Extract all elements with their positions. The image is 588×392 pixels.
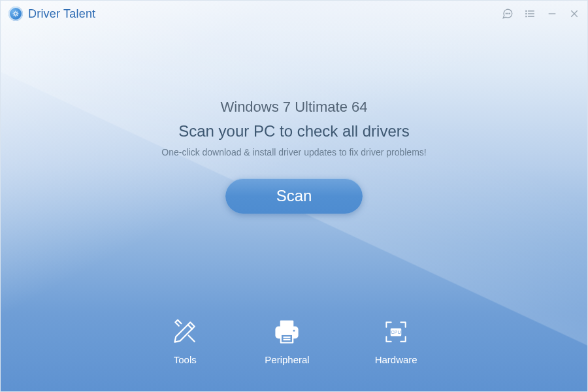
app-window: Driver Talent: [0, 0, 588, 392]
svg-rect-14: [281, 335, 293, 343]
nav-tools-label: Tools: [174, 354, 197, 365]
menu-icon[interactable]: [523, 7, 536, 20]
svg-rect-6: [525, 13, 527, 14]
nav-peripheral-label: Peripheral: [265, 354, 309, 365]
title-bar: Driver Talent: [1, 1, 587, 27]
app-title: Driver Talent: [28, 7, 95, 21]
svg-point-3: [509, 13, 510, 14]
os-arch: 64: [351, 99, 367, 115]
svg-point-2: [508, 13, 508, 14]
cpu-icon: CPU: [382, 318, 410, 346]
printer-icon: [272, 318, 301, 346]
os-name: Windows 7: [220, 99, 291, 115]
nav-hardware-label: Hardware: [375, 354, 417, 365]
scan-button[interactable]: Scan: [225, 178, 363, 214]
window-controls: [501, 7, 581, 20]
nav-tools[interactable]: Tools: [171, 318, 199, 365]
subline-text: One-click download & install driver upda…: [1, 147, 587, 157]
svg-point-17: [293, 330, 295, 332]
svg-rect-5: [528, 10, 534, 12]
nav-hardware[interactable]: CPU Hardware: [375, 318, 417, 365]
nav-peripheral[interactable]: Peripheral: [265, 318, 309, 365]
scan-button-label: Scan: [276, 187, 312, 205]
svg-rect-4: [525, 10, 527, 12]
hero-section: Windows 7 Ultimate 64 Scan your PC to ch…: [1, 99, 587, 214]
bottom-nav: Tools Peripheral CPU: [1, 318, 587, 365]
svg-point-0: [14, 12, 18, 16]
os-edition: Ultimate: [295, 99, 348, 115]
svg-rect-8: [525, 16, 527, 17]
svg-rect-9: [528, 16, 534, 17]
svg-text:CPU: CPU: [391, 329, 400, 335]
tools-icon: [171, 318, 199, 346]
feedback-icon[interactable]: [501, 7, 514, 20]
os-info: Windows 7 Ultimate 64: [1, 99, 587, 116]
svg-rect-7: [528, 13, 534, 14]
headline-text: Scan your PC to check all drivers: [1, 122, 587, 140]
app-logo-icon: [8, 7, 23, 21]
svg-rect-13: [281, 321, 293, 327]
minimize-button[interactable]: [546, 7, 559, 20]
svg-point-1: [506, 13, 506, 14]
close-button[interactable]: [568, 7, 581, 20]
